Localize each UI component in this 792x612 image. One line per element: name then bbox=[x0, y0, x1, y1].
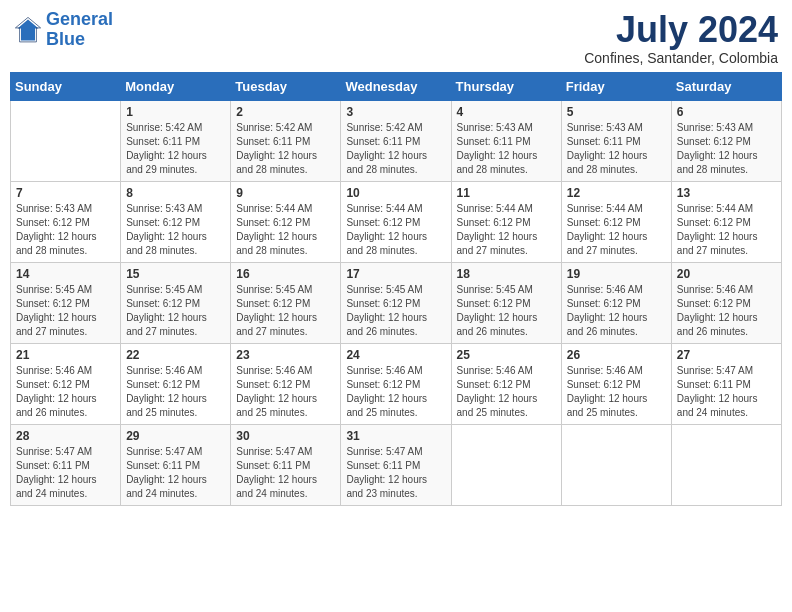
calendar-cell: 26Sunrise: 5:46 AM Sunset: 6:12 PM Dayli… bbox=[561, 343, 671, 424]
month-title: July 2024 bbox=[584, 10, 778, 50]
day-number: 8 bbox=[126, 186, 225, 200]
day-number: 14 bbox=[16, 267, 115, 281]
calendar-cell: 17Sunrise: 5:45 AM Sunset: 6:12 PM Dayli… bbox=[341, 262, 451, 343]
day-info: Sunrise: 5:47 AM Sunset: 6:11 PM Dayligh… bbox=[126, 445, 225, 501]
calendar-cell: 19Sunrise: 5:46 AM Sunset: 6:12 PM Dayli… bbox=[561, 262, 671, 343]
day-number: 12 bbox=[567, 186, 666, 200]
day-info: Sunrise: 5:45 AM Sunset: 6:12 PM Dayligh… bbox=[236, 283, 335, 339]
calendar-cell: 24Sunrise: 5:46 AM Sunset: 6:12 PM Dayli… bbox=[341, 343, 451, 424]
day-number: 9 bbox=[236, 186, 335, 200]
day-info: Sunrise: 5:44 AM Sunset: 6:12 PM Dayligh… bbox=[236, 202, 335, 258]
calendar-cell bbox=[671, 424, 781, 505]
calendar-cell: 1Sunrise: 5:42 AM Sunset: 6:11 PM Daylig… bbox=[121, 100, 231, 181]
svg-marker-0 bbox=[18, 19, 39, 40]
calendar-cell: 23Sunrise: 5:46 AM Sunset: 6:12 PM Dayli… bbox=[231, 343, 341, 424]
weekday-header-tuesday: Tuesday bbox=[231, 72, 341, 100]
day-number: 6 bbox=[677, 105, 776, 119]
calendar-cell: 25Sunrise: 5:46 AM Sunset: 6:12 PM Dayli… bbox=[451, 343, 561, 424]
day-number: 7 bbox=[16, 186, 115, 200]
day-info: Sunrise: 5:43 AM Sunset: 6:12 PM Dayligh… bbox=[126, 202, 225, 258]
day-number: 28 bbox=[16, 429, 115, 443]
day-number: 18 bbox=[457, 267, 556, 281]
day-info: Sunrise: 5:44 AM Sunset: 6:12 PM Dayligh… bbox=[677, 202, 776, 258]
logo-text: General Blue bbox=[46, 10, 113, 50]
calendar-week-row: 7Sunrise: 5:43 AM Sunset: 6:12 PM Daylig… bbox=[11, 181, 782, 262]
day-info: Sunrise: 5:46 AM Sunset: 6:12 PM Dayligh… bbox=[567, 364, 666, 420]
day-number: 19 bbox=[567, 267, 666, 281]
calendar-cell: 15Sunrise: 5:45 AM Sunset: 6:12 PM Dayli… bbox=[121, 262, 231, 343]
weekday-header-monday: Monday bbox=[121, 72, 231, 100]
day-info: Sunrise: 5:45 AM Sunset: 6:12 PM Dayligh… bbox=[126, 283, 225, 339]
day-number: 11 bbox=[457, 186, 556, 200]
day-info: Sunrise: 5:43 AM Sunset: 6:12 PM Dayligh… bbox=[16, 202, 115, 258]
calendar-cell: 30Sunrise: 5:47 AM Sunset: 6:11 PM Dayli… bbox=[231, 424, 341, 505]
calendar-cell: 9Sunrise: 5:44 AM Sunset: 6:12 PM Daylig… bbox=[231, 181, 341, 262]
day-number: 30 bbox=[236, 429, 335, 443]
day-number: 31 bbox=[346, 429, 445, 443]
day-number: 29 bbox=[126, 429, 225, 443]
day-number: 21 bbox=[16, 348, 115, 362]
calendar-cell: 7Sunrise: 5:43 AM Sunset: 6:12 PM Daylig… bbox=[11, 181, 121, 262]
day-info: Sunrise: 5:44 AM Sunset: 6:12 PM Dayligh… bbox=[567, 202, 666, 258]
day-info: Sunrise: 5:47 AM Sunset: 6:11 PM Dayligh… bbox=[677, 364, 776, 420]
calendar-cell: 6Sunrise: 5:43 AM Sunset: 6:12 PM Daylig… bbox=[671, 100, 781, 181]
calendar-cell: 8Sunrise: 5:43 AM Sunset: 6:12 PM Daylig… bbox=[121, 181, 231, 262]
day-info: Sunrise: 5:46 AM Sunset: 6:12 PM Dayligh… bbox=[677, 283, 776, 339]
weekday-header-friday: Friday bbox=[561, 72, 671, 100]
weekday-header-wednesday: Wednesday bbox=[341, 72, 451, 100]
day-info: Sunrise: 5:43 AM Sunset: 6:11 PM Dayligh… bbox=[567, 121, 666, 177]
calendar-table: SundayMondayTuesdayWednesdayThursdayFrid… bbox=[10, 72, 782, 506]
day-info: Sunrise: 5:46 AM Sunset: 6:12 PM Dayligh… bbox=[16, 364, 115, 420]
page-header: General Blue July 2024 Confines, Santand… bbox=[10, 10, 782, 66]
logo: General Blue bbox=[14, 10, 113, 50]
calendar-cell: 4Sunrise: 5:43 AM Sunset: 6:11 PM Daylig… bbox=[451, 100, 561, 181]
day-info: Sunrise: 5:46 AM Sunset: 6:12 PM Dayligh… bbox=[567, 283, 666, 339]
calendar-cell: 22Sunrise: 5:46 AM Sunset: 6:12 PM Dayli… bbox=[121, 343, 231, 424]
weekday-header-sunday: Sunday bbox=[11, 72, 121, 100]
weekday-header-saturday: Saturday bbox=[671, 72, 781, 100]
calendar-cell: 14Sunrise: 5:45 AM Sunset: 6:12 PM Dayli… bbox=[11, 262, 121, 343]
location: Confines, Santander, Colombia bbox=[584, 50, 778, 66]
day-info: Sunrise: 5:46 AM Sunset: 6:12 PM Dayligh… bbox=[236, 364, 335, 420]
day-number: 13 bbox=[677, 186, 776, 200]
day-info: Sunrise: 5:44 AM Sunset: 6:12 PM Dayligh… bbox=[346, 202, 445, 258]
calendar-week-row: 28Sunrise: 5:47 AM Sunset: 6:11 PM Dayli… bbox=[11, 424, 782, 505]
day-number: 3 bbox=[346, 105, 445, 119]
logo-icon bbox=[14, 16, 42, 44]
day-number: 16 bbox=[236, 267, 335, 281]
calendar-cell: 12Sunrise: 5:44 AM Sunset: 6:12 PM Dayli… bbox=[561, 181, 671, 262]
day-number: 4 bbox=[457, 105, 556, 119]
calendar-cell: 13Sunrise: 5:44 AM Sunset: 6:12 PM Dayli… bbox=[671, 181, 781, 262]
day-info: Sunrise: 5:47 AM Sunset: 6:11 PM Dayligh… bbox=[16, 445, 115, 501]
day-info: Sunrise: 5:46 AM Sunset: 6:12 PM Dayligh… bbox=[346, 364, 445, 420]
calendar-week-row: 21Sunrise: 5:46 AM Sunset: 6:12 PM Dayli… bbox=[11, 343, 782, 424]
day-number: 23 bbox=[236, 348, 335, 362]
calendar-cell: 29Sunrise: 5:47 AM Sunset: 6:11 PM Dayli… bbox=[121, 424, 231, 505]
day-info: Sunrise: 5:47 AM Sunset: 6:11 PM Dayligh… bbox=[236, 445, 335, 501]
day-info: Sunrise: 5:42 AM Sunset: 6:11 PM Dayligh… bbox=[236, 121, 335, 177]
day-info: Sunrise: 5:46 AM Sunset: 6:12 PM Dayligh… bbox=[457, 364, 556, 420]
day-info: Sunrise: 5:44 AM Sunset: 6:12 PM Dayligh… bbox=[457, 202, 556, 258]
day-number: 2 bbox=[236, 105, 335, 119]
calendar-cell: 2Sunrise: 5:42 AM Sunset: 6:11 PM Daylig… bbox=[231, 100, 341, 181]
calendar-week-row: 1Sunrise: 5:42 AM Sunset: 6:11 PM Daylig… bbox=[11, 100, 782, 181]
day-info: Sunrise: 5:45 AM Sunset: 6:12 PM Dayligh… bbox=[457, 283, 556, 339]
day-number: 5 bbox=[567, 105, 666, 119]
calendar-cell: 21Sunrise: 5:46 AM Sunset: 6:12 PM Dayli… bbox=[11, 343, 121, 424]
day-number: 17 bbox=[346, 267, 445, 281]
day-number: 24 bbox=[346, 348, 445, 362]
weekday-header-row: SundayMondayTuesdayWednesdayThursdayFrid… bbox=[11, 72, 782, 100]
day-info: Sunrise: 5:46 AM Sunset: 6:12 PM Dayligh… bbox=[126, 364, 225, 420]
calendar-cell: 18Sunrise: 5:45 AM Sunset: 6:12 PM Dayli… bbox=[451, 262, 561, 343]
day-number: 10 bbox=[346, 186, 445, 200]
calendar-cell: 11Sunrise: 5:44 AM Sunset: 6:12 PM Dayli… bbox=[451, 181, 561, 262]
day-number: 15 bbox=[126, 267, 225, 281]
day-number: 25 bbox=[457, 348, 556, 362]
calendar-week-row: 14Sunrise: 5:45 AM Sunset: 6:12 PM Dayli… bbox=[11, 262, 782, 343]
calendar-cell bbox=[11, 100, 121, 181]
day-number: 20 bbox=[677, 267, 776, 281]
calendar-cell bbox=[451, 424, 561, 505]
day-number: 27 bbox=[677, 348, 776, 362]
calendar-cell: 31Sunrise: 5:47 AM Sunset: 6:11 PM Dayli… bbox=[341, 424, 451, 505]
weekday-header-thursday: Thursday bbox=[451, 72, 561, 100]
